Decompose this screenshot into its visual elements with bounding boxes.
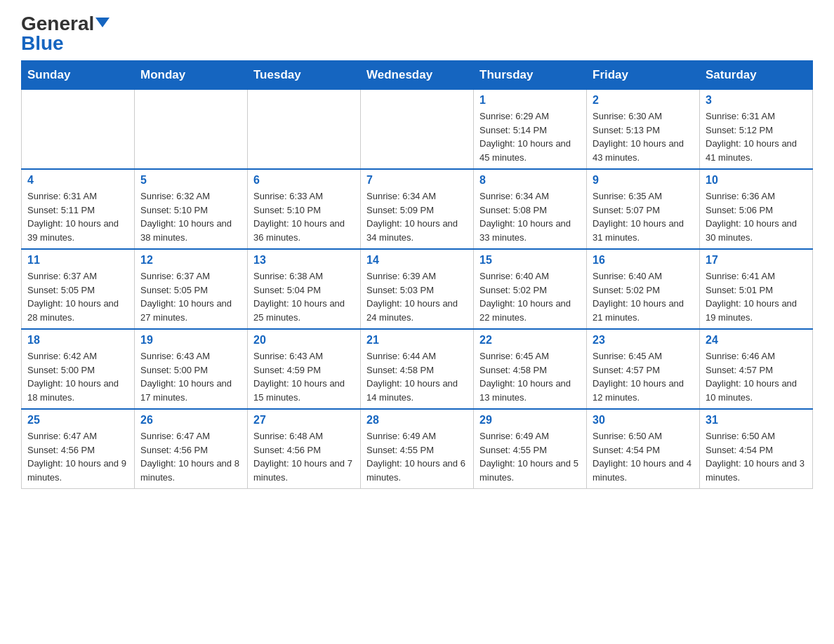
calendar-cell: 17Sunrise: 6:41 AM Sunset: 5:01 PM Dayli… <box>700 249 813 329</box>
day-number: 18 <box>27 334 128 347</box>
calendar-cell: 18Sunrise: 6:42 AM Sunset: 5:00 PM Dayli… <box>22 329 135 409</box>
day-number: 29 <box>479 414 581 427</box>
day-header-saturday: Saturday <box>700 61 813 90</box>
day-number: 12 <box>140 254 241 267</box>
day-number: 17 <box>706 254 807 267</box>
logo-triangle-icon <box>95 18 110 27</box>
day-number: 13 <box>253 254 355 267</box>
day-info: Sunrise: 6:34 AM Sunset: 5:08 PM Dayligh… <box>479 189 581 244</box>
day-info: Sunrise: 6:31 AM Sunset: 5:12 PM Dayligh… <box>706 109 807 164</box>
calendar-cell: 12Sunrise: 6:37 AM Sunset: 5:05 PM Dayli… <box>135 249 248 329</box>
day-header-row: SundayMondayTuesdayWednesdayThursdayFrid… <box>22 61 813 90</box>
day-header-thursday: Thursday <box>474 61 587 90</box>
day-info: Sunrise: 6:40 AM Sunset: 5:02 PM Dayligh… <box>479 269 581 324</box>
day-number: 25 <box>27 414 128 427</box>
day-info: Sunrise: 6:47 AM Sunset: 4:56 PM Dayligh… <box>140 429 241 484</box>
day-number: 5 <box>140 174 241 187</box>
logo-text: General Blue <box>21 14 110 53</box>
calendar-cell: 13Sunrise: 6:38 AM Sunset: 5:04 PM Dayli… <box>248 249 361 329</box>
calendar-cell: 7Sunrise: 6:34 AM Sunset: 5:09 PM Daylig… <box>361 169 474 249</box>
day-number: 15 <box>479 254 581 267</box>
logo-blue-text: Blue <box>21 32 64 54</box>
calendar-cell: 25Sunrise: 6:47 AM Sunset: 4:56 PM Dayli… <box>22 409 135 489</box>
calendar-cell: 30Sunrise: 6:50 AM Sunset: 4:54 PM Dayli… <box>587 409 700 489</box>
day-number: 3 <box>706 94 807 107</box>
day-number: 14 <box>366 254 468 267</box>
calendar-cell: 4Sunrise: 6:31 AM Sunset: 5:11 PM Daylig… <box>22 169 135 249</box>
day-header-sunday: Sunday <box>22 61 135 90</box>
day-info: Sunrise: 6:43 AM Sunset: 5:00 PM Dayligh… <box>140 349 241 404</box>
day-info: Sunrise: 6:48 AM Sunset: 4:56 PM Dayligh… <box>253 429 355 484</box>
calendar-cell: 16Sunrise: 6:40 AM Sunset: 5:02 PM Dayli… <box>587 249 700 329</box>
week-row-4: 18Sunrise: 6:42 AM Sunset: 5:00 PM Dayli… <box>22 329 813 409</box>
week-row-3: 11Sunrise: 6:37 AM Sunset: 5:05 PM Dayli… <box>22 249 813 329</box>
day-header-tuesday: Tuesday <box>248 61 361 90</box>
calendar-cell: 27Sunrise: 6:48 AM Sunset: 4:56 PM Dayli… <box>248 409 361 489</box>
calendar-cell: 8Sunrise: 6:34 AM Sunset: 5:08 PM Daylig… <box>474 169 587 249</box>
day-info: Sunrise: 6:50 AM Sunset: 4:54 PM Dayligh… <box>706 429 807 484</box>
day-number: 16 <box>593 254 694 267</box>
day-info: Sunrise: 6:47 AM Sunset: 4:56 PM Dayligh… <box>27 429 128 484</box>
day-info: Sunrise: 6:49 AM Sunset: 4:55 PM Dayligh… <box>479 429 581 484</box>
day-info: Sunrise: 6:30 AM Sunset: 5:13 PM Dayligh… <box>593 109 694 164</box>
day-number: 10 <box>706 174 807 187</box>
calendar-cell <box>135 90 248 170</box>
day-number: 22 <box>479 334 581 347</box>
day-info: Sunrise: 6:36 AM Sunset: 5:06 PM Dayligh… <box>706 189 807 244</box>
day-number: 26 <box>140 414 241 427</box>
day-number: 1 <box>479 94 581 107</box>
calendar-cell: 2Sunrise: 6:30 AM Sunset: 5:13 PM Daylig… <box>587 90 700 170</box>
day-number: 7 <box>366 174 468 187</box>
calendar-cell: 11Sunrise: 6:37 AM Sunset: 5:05 PM Dayli… <box>22 249 135 329</box>
day-number: 20 <box>253 334 355 347</box>
day-info: Sunrise: 6:43 AM Sunset: 4:59 PM Dayligh… <box>253 349 355 404</box>
day-header-friday: Friday <box>587 61 700 90</box>
calendar-cell: 20Sunrise: 6:43 AM Sunset: 4:59 PM Dayli… <box>248 329 361 409</box>
calendar-cell: 31Sunrise: 6:50 AM Sunset: 4:54 PM Dayli… <box>700 409 813 489</box>
calendar-cell <box>248 90 361 170</box>
calendar-cell: 21Sunrise: 6:44 AM Sunset: 4:58 PM Dayli… <box>361 329 474 409</box>
calendar-table: SundayMondayTuesdayWednesdayThursdayFrid… <box>21 60 813 489</box>
day-info: Sunrise: 6:41 AM Sunset: 5:01 PM Dayligh… <box>706 269 807 324</box>
day-number: 27 <box>253 414 355 427</box>
day-number: 6 <box>253 174 355 187</box>
day-info: Sunrise: 6:31 AM Sunset: 5:11 PM Dayligh… <box>27 189 128 244</box>
day-info: Sunrise: 6:44 AM Sunset: 4:58 PM Dayligh… <box>366 349 468 404</box>
calendar-cell: 24Sunrise: 6:46 AM Sunset: 4:57 PM Dayli… <box>700 329 813 409</box>
calendar-cell: 5Sunrise: 6:32 AM Sunset: 5:10 PM Daylig… <box>135 169 248 249</box>
calendar-cell: 28Sunrise: 6:49 AM Sunset: 4:55 PM Dayli… <box>361 409 474 489</box>
day-info: Sunrise: 6:39 AM Sunset: 5:03 PM Dayligh… <box>366 269 468 324</box>
calendar-cell: 29Sunrise: 6:49 AM Sunset: 4:55 PM Dayli… <box>474 409 587 489</box>
day-number: 21 <box>366 334 468 347</box>
day-number: 23 <box>593 334 694 347</box>
day-number: 2 <box>593 94 694 107</box>
calendar-cell: 6Sunrise: 6:33 AM Sunset: 5:10 PM Daylig… <box>248 169 361 249</box>
day-info: Sunrise: 6:45 AM Sunset: 4:58 PM Dayligh… <box>479 349 581 404</box>
day-info: Sunrise: 6:37 AM Sunset: 5:05 PM Dayligh… <box>140 269 241 324</box>
day-number: 8 <box>479 174 581 187</box>
day-info: Sunrise: 6:40 AM Sunset: 5:02 PM Dayligh… <box>593 269 694 324</box>
day-info: Sunrise: 6:49 AM Sunset: 4:55 PM Dayligh… <box>366 429 468 484</box>
day-number: 30 <box>593 414 694 427</box>
calendar-cell: 19Sunrise: 6:43 AM Sunset: 5:00 PM Dayli… <box>135 329 248 409</box>
day-info: Sunrise: 6:37 AM Sunset: 5:05 PM Dayligh… <box>27 269 128 324</box>
day-info: Sunrise: 6:32 AM Sunset: 5:10 PM Dayligh… <box>140 189 241 244</box>
calendar-cell: 9Sunrise: 6:35 AM Sunset: 5:07 PM Daylig… <box>587 169 700 249</box>
day-info: Sunrise: 6:33 AM Sunset: 5:10 PM Dayligh… <box>253 189 355 244</box>
day-header-monday: Monday <box>135 61 248 90</box>
calendar-cell <box>22 90 135 170</box>
day-number: 24 <box>706 334 807 347</box>
day-number: 9 <box>593 174 694 187</box>
day-info: Sunrise: 6:46 AM Sunset: 4:57 PM Dayligh… <box>706 349 807 404</box>
calendar-cell: 15Sunrise: 6:40 AM Sunset: 5:02 PM Dayli… <box>474 249 587 329</box>
calendar-cell: 3Sunrise: 6:31 AM Sunset: 5:12 PM Daylig… <box>700 90 813 170</box>
day-number: 4 <box>27 174 128 187</box>
day-info: Sunrise: 6:35 AM Sunset: 5:07 PM Dayligh… <box>593 189 694 244</box>
day-info: Sunrise: 6:50 AM Sunset: 4:54 PM Dayligh… <box>593 429 694 484</box>
day-info: Sunrise: 6:42 AM Sunset: 5:00 PM Dayligh… <box>27 349 128 404</box>
calendar-cell: 1Sunrise: 6:29 AM Sunset: 5:14 PM Daylig… <box>474 90 587 170</box>
day-info: Sunrise: 6:34 AM Sunset: 5:09 PM Dayligh… <box>366 189 468 244</box>
calendar-cell: 22Sunrise: 6:45 AM Sunset: 4:58 PM Dayli… <box>474 329 587 409</box>
day-number: 11 <box>27 254 128 267</box>
day-header-wednesday: Wednesday <box>361 61 474 90</box>
